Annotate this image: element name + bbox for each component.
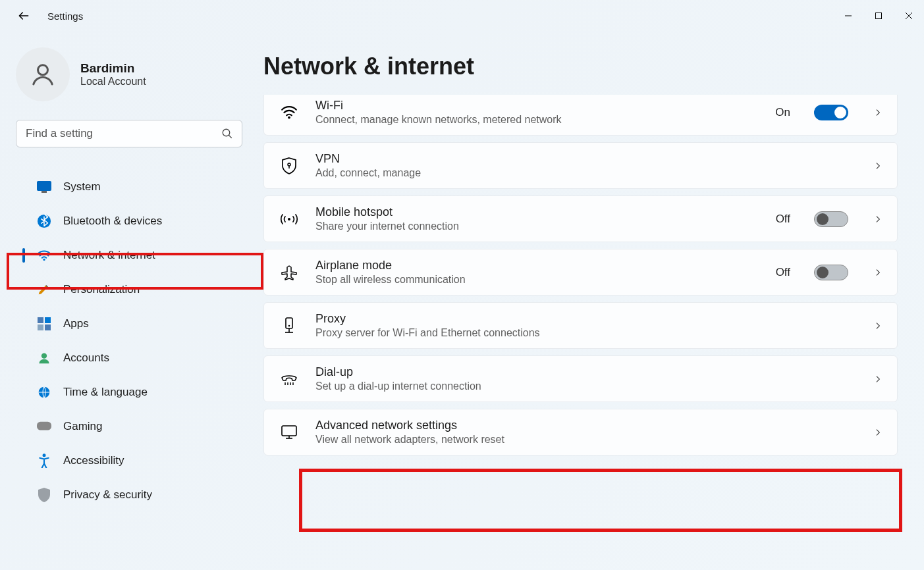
toggle-state: Off — [776, 266, 790, 279]
globe-icon — [37, 385, 51, 400]
chevron-right-icon — [873, 428, 883, 437]
monitor-icon — [280, 425, 298, 440]
svg-line-6 — [229, 135, 232, 138]
paintbrush-icon — [37, 282, 51, 297]
titlebar: Settings — [0, 0, 924, 32]
sidebar-item-apps[interactable]: Apps — [13, 308, 245, 340]
search-input[interactable] — [16, 120, 242, 147]
svg-point-18 — [288, 116, 290, 118]
card-sub: Set up a dial-up internet connection — [315, 380, 848, 392]
search-icon — [221, 128, 233, 140]
svg-point-10 — [43, 259, 45, 261]
svg-point-23 — [288, 324, 290, 326]
chevron-right-icon — [873, 268, 883, 277]
toggle-state: On — [775, 106, 790, 119]
profile-sub: Local Account — [80, 76, 146, 88]
svg-rect-8 — [41, 191, 47, 193]
shield-icon — [37, 488, 51, 502]
card-title: Proxy — [315, 312, 848, 326]
card-title: Advanced network settings — [315, 419, 848, 432]
svg-rect-22 — [286, 318, 292, 328]
card-airplane[interactable]: Airplane mode Stop all wireless communic… — [263, 249, 898, 296]
card-sub: Add, connect, manage — [315, 167, 848, 179]
vpn-icon — [280, 157, 298, 174]
dialup-icon — [280, 373, 298, 386]
person-icon — [30, 61, 56, 88]
maximize-button[interactable] — [863, 1, 894, 30]
hotspot-toggle[interactable] — [814, 211, 848, 227]
svg-point-19 — [288, 163, 290, 166]
nav-label: Accessibility — [63, 454, 124, 467]
main-content: Network & internet Wi-Fi Connect, manage… — [263, 32, 924, 570]
hotspot-icon — [280, 212, 298, 226]
nav-label: Accounts — [63, 351, 109, 365]
svg-point-5 — [223, 129, 230, 136]
sidebar-item-accessibility[interactable]: Accessibility — [13, 445, 245, 477]
nav-label: Bluetooth & devices — [63, 215, 162, 228]
svg-point-4 — [38, 65, 48, 75]
sidebar-item-privacy[interactable]: Privacy & security — [13, 479, 245, 511]
sidebar-item-bluetooth[interactable]: Bluetooth & devices — [13, 205, 245, 237]
back-arrow-icon — [17, 9, 30, 22]
chevron-right-icon — [873, 108, 883, 117]
nav-label: Gaming — [63, 420, 103, 433]
nav-label: Network & internet — [63, 249, 155, 262]
card-vpn[interactable]: VPN Add, connect, manage — [263, 142, 898, 189]
svg-point-21 — [288, 218, 290, 220]
card-title: VPN — [315, 152, 848, 166]
proxy-icon — [280, 317, 298, 334]
sidebar-item-accounts[interactable]: Accounts — [13, 342, 245, 374]
avatar — [16, 47, 70, 101]
accessibility-icon — [37, 453, 51, 468]
profile[interactable]: Bardimin Local Account — [13, 47, 258, 101]
svg-point-15 — [41, 353, 47, 359]
svg-rect-7 — [37, 181, 51, 191]
chevron-right-icon — [873, 321, 883, 330]
card-title: Mobile hotspot — [315, 205, 759, 219]
wifi-icon — [280, 105, 298, 120]
svg-rect-13 — [38, 324, 43, 330]
back-button[interactable] — [16, 8, 32, 24]
sidebar-item-time-language[interactable]: Time & language — [13, 376, 245, 408]
bluetooth-icon — [37, 214, 51, 228]
card-hotspot[interactable]: Mobile hotspot Share your internet conne… — [263, 195, 898, 242]
svg-rect-11 — [38, 317, 43, 323]
card-advanced-network[interactable]: Advanced network settings View all netwo… — [263, 409, 898, 455]
sidebar-item-gaming[interactable]: Gaming — [13, 411, 245, 442]
card-sub: View all network adapters, network reset — [315, 434, 848, 446]
settings-cards: Wi-Fi Connect, manage known networks, me… — [263, 95, 898, 455]
card-dialup[interactable]: Dial-up Set up a dial-up internet connec… — [263, 355, 898, 402]
system-icon — [37, 180, 51, 194]
sidebar-item-system[interactable]: System — [13, 171, 245, 203]
card-wifi[interactable]: Wi-Fi Connect, manage known networks, me… — [263, 95, 898, 136]
card-sub: Stop all wireless communication — [315, 274, 759, 286]
wifi-toggle[interactable] — [814, 105, 848, 120]
sidebar-item-network[interactable]: Network & internet — [13, 240, 245, 271]
card-title: Airplane mode — [315, 259, 759, 272]
airplane-toggle[interactable] — [814, 265, 848, 280]
airplane-icon — [280, 265, 298, 280]
nav-label: System — [63, 180, 101, 194]
svg-point-17 — [43, 453, 46, 457]
sidebar-item-personalization[interactable]: Personalization — [13, 274, 245, 305]
sidebar: Bardimin Local Account System Bluetooth … — [0, 32, 263, 570]
nav-label: Apps — [63, 317, 89, 330]
card-title: Wi-Fi — [315, 99, 758, 113]
accounts-icon — [37, 351, 51, 365]
chevron-right-icon — [873, 215, 883, 224]
card-sub: Share your internet connection — [315, 220, 759, 232]
svg-rect-30 — [282, 426, 296, 436]
search-wrap — [16, 120, 242, 147]
svg-rect-14 — [45, 324, 51, 330]
svg-rect-12 — [45, 317, 51, 323]
card-sub: Proxy server for Wi-Fi and Ethernet conn… — [315, 327, 848, 339]
card-proxy[interactable]: Proxy Proxy server for Wi-Fi and Etherne… — [263, 302, 898, 349]
apps-icon — [37, 317, 51, 331]
page-title: Network & internet — [263, 53, 898, 80]
window-controls — [833, 1, 924, 30]
wifi-icon — [37, 248, 51, 263]
minimize-button[interactable] — [833, 1, 863, 30]
close-button[interactable] — [894, 1, 924, 30]
chevron-right-icon — [873, 161, 883, 170]
nav-label: Personalization — [63, 283, 140, 296]
